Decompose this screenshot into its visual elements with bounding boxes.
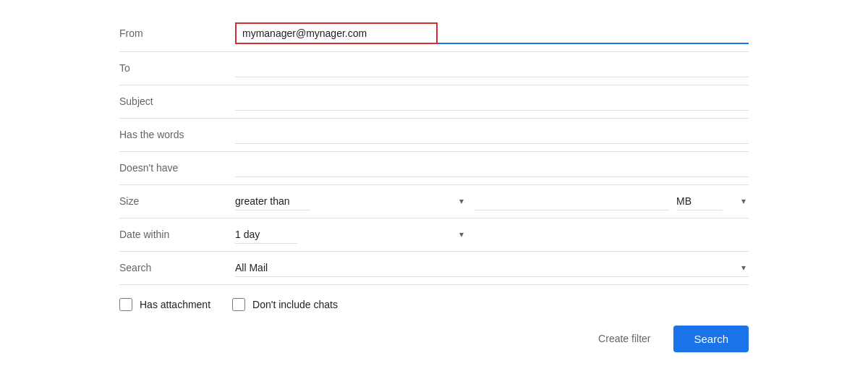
from-input-area — [235, 22, 749, 44]
size-label: Size — [119, 195, 235, 207]
has-attachment-checkbox[interactable] — [119, 298, 132, 311]
size-unit-wrapper: MB KB Bytes ▾ — [676, 192, 749, 211]
subject-label: Subject — [119, 95, 235, 107]
has-words-input-area — [235, 126, 749, 144]
date-within-label: Date within — [119, 229, 235, 240]
doesnt-have-input[interactable] — [235, 159, 749, 177]
search-field-label: Search — [119, 262, 235, 273]
from-input-box[interactable] — [235, 22, 438, 44]
to-input-area — [235, 59, 749, 77]
date-within-row: Date within 1 day 3 days 1 week 2 weeks … — [119, 218, 749, 252]
search-select[interactable]: All Mail Inbox Starred Sent Mail Drafts … — [235, 259, 749, 277]
has-attachment-label: Has attachment — [140, 299, 210, 310]
to-row: To — [119, 52, 749, 85]
to-label: To — [119, 62, 235, 74]
dont-include-chats-checkbox[interactable] — [232, 298, 245, 311]
size-unit-select[interactable]: MB KB Bytes — [676, 192, 723, 211]
has-attachment-checkbox-item[interactable]: Has attachment — [119, 298, 210, 311]
subject-input[interactable] — [235, 93, 749, 111]
size-number-input[interactable] — [474, 192, 669, 211]
actions-row: Create filter Search — [119, 318, 749, 352]
search-field-input-area: All Mail Inbox Starred Sent Mail Drafts … — [235, 259, 749, 277]
to-input[interactable] — [235, 59, 749, 77]
date-within-select[interactable]: 1 day 3 days 1 week 2 weeks 1 month 2 mo… — [235, 226, 297, 244]
checkboxes-row: Has attachment Don't include chats — [119, 285, 749, 318]
size-row: Size greater than less than ▾ MB KB Byte… — [119, 185, 749, 218]
search-dialog: From To Subject Has the words Doesn't ha… — [90, 1, 778, 374]
subject-row: Subject — [119, 85, 749, 119]
doesnt-have-input-area — [235, 159, 749, 177]
search-select-wrapper: All Mail Inbox Starred Sent Mail Drafts … — [235, 259, 749, 277]
size-comparator-select[interactable]: greater than less than — [235, 192, 310, 211]
size-unit-chevron-icon: ▾ — [741, 196, 746, 206]
create-filter-button[interactable]: Create filter — [590, 327, 659, 350]
has-words-label: Has the words — [119, 129, 235, 140]
size-comparator-wrapper: greater than less than ▾ — [235, 192, 467, 211]
doesnt-have-label: Doesn't have — [119, 162, 235, 174]
from-underline — [438, 43, 749, 44]
date-within-input-area: 1 day 3 days 1 week 2 weeks 1 month 2 mo… — [235, 226, 749, 244]
doesnt-have-row: Doesn't have — [119, 152, 749, 185]
has-words-input[interactable] — [235, 126, 749, 144]
from-row: From — [119, 15, 749, 52]
from-label: From — [119, 27, 235, 39]
search-button[interactable]: Search — [673, 326, 749, 352]
search-field-row: Search All Mail Inbox Starred Sent Mail … — [119, 252, 749, 285]
subject-input-area — [235, 93, 749, 111]
size-comparator-chevron-icon: ▾ — [459, 196, 464, 206]
has-words-row: Has the words — [119, 119, 749, 152]
dont-include-chats-checkbox-item[interactable]: Don't include chats — [232, 298, 338, 311]
dont-include-chats-label: Don't include chats — [252, 299, 338, 310]
date-within-chevron-icon: ▾ — [459, 229, 464, 239]
size-input-area: greater than less than ▾ MB KB Bytes ▾ — [235, 192, 749, 211]
date-within-wrapper: 1 day 3 days 1 week 2 weeks 1 month 2 mo… — [235, 226, 467, 244]
from-input[interactable] — [242, 27, 430, 39]
